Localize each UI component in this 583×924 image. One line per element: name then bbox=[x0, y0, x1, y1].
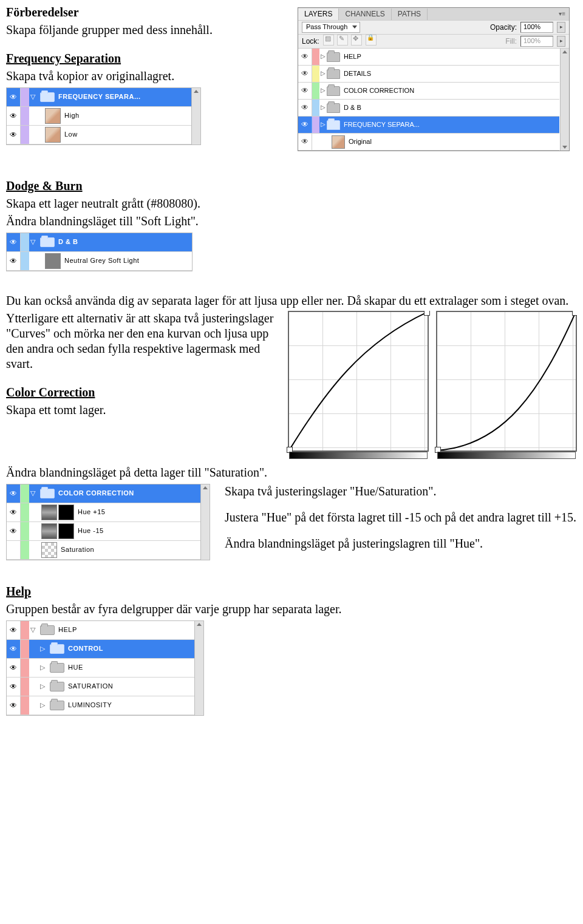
paragraph: Skapa två justeringslager "Hue/Saturatio… bbox=[225, 484, 577, 499]
opacity-input[interactable]: 100% bbox=[520, 22, 553, 33]
expand-icon[interactable]: ▽ bbox=[29, 93, 36, 101]
lock-transparency-icon[interactable] bbox=[323, 35, 334, 46]
color-stripe bbox=[21, 696, 29, 715]
tab-layers[interactable]: LAYERS bbox=[298, 8, 339, 20]
eye-icon[interactable]: 👁 bbox=[7, 252, 21, 270]
layer-row[interactable]: 👁▷FREQUENCY SEPARA... bbox=[298, 117, 559, 134]
expand-icon[interactable]: ▷ bbox=[39, 701, 46, 710]
expand-icon[interactable]: ▷ bbox=[319, 104, 327, 112]
folder-icon bbox=[50, 701, 64, 710]
layer-row[interactable]: 👁▷DETAILS bbox=[298, 66, 559, 83]
expand-icon[interactable]: ▽ bbox=[29, 238, 36, 246]
eye-icon[interactable] bbox=[7, 541, 21, 559]
layer-row[interactable]: 👁▷SATURATION bbox=[7, 678, 195, 696]
expand-icon[interactable]: ▽ bbox=[29, 626, 36, 634]
group-header[interactable]: 👁 ▽ COLOR CORRECTION bbox=[7, 484, 201, 503]
eye-icon[interactable]: 👁 bbox=[298, 66, 312, 82]
layer-label: Hue -15 bbox=[78, 527, 201, 535]
folder-icon bbox=[327, 120, 340, 130]
color-stripe bbox=[21, 484, 29, 503]
color-stripe bbox=[21, 126, 29, 144]
color-stripe bbox=[21, 640, 29, 658]
layer-label: DETAILS bbox=[344, 70, 559, 78]
panel-tabs: LAYERS CHANNELS PATHS ▾≡ bbox=[298, 8, 569, 20]
eye-icon[interactable]: 👁 bbox=[298, 49, 312, 65]
layer-row[interactable]: 👁▷HUE bbox=[7, 659, 195, 678]
layer-row[interactable]: 👁▷CONTROL bbox=[7, 640, 195, 659]
color-stripe bbox=[312, 83, 319, 99]
layer-row[interactable]: 👁 Hue +15 bbox=[7, 503, 201, 522]
eye-icon[interactable]: 👁 bbox=[7, 107, 21, 125]
eye-icon[interactable]: 👁 bbox=[298, 100, 312, 116]
eye-icon[interactable]: 👁 bbox=[7, 640, 21, 658]
eye-icon[interactable]: 👁 bbox=[298, 134, 312, 150]
eye-icon[interactable]: 👁 bbox=[298, 83, 312, 99]
layer-row[interactable]: 👁 Hue -15 bbox=[7, 522, 201, 541]
expand-icon[interactable]: ▷ bbox=[39, 645, 46, 653]
eye-icon[interactable]: 👁 bbox=[7, 503, 21, 521]
eye-icon[interactable]: 👁 bbox=[298, 117, 312, 133]
eye-icon[interactable]: 👁 bbox=[7, 659, 21, 677]
lock-pixels-icon[interactable] bbox=[337, 35, 348, 46]
eye-icon[interactable]: 👁 bbox=[7, 522, 21, 540]
color-stripe bbox=[21, 678, 29, 696]
curve-handle-icon[interactable] bbox=[424, 311, 430, 316]
expand-icon[interactable]: ▷ bbox=[319, 121, 327, 129]
layer-row[interactable]: 👁 Low bbox=[7, 126, 192, 144]
expand-icon[interactable]: ▷ bbox=[319, 53, 327, 61]
color-stripe bbox=[312, 117, 319, 133]
layer-row[interactable]: 👁▷D & B bbox=[298, 100, 559, 117]
scrollbar[interactable] bbox=[194, 621, 203, 715]
layer-row[interactable]: 👁▷COLOR CORRECTION bbox=[298, 83, 559, 100]
layer-row[interactable]: Saturation bbox=[7, 541, 201, 560]
expand-icon[interactable]: ▷ bbox=[39, 682, 46, 691]
lock-position-icon[interactable] bbox=[351, 35, 362, 46]
scrollbar[interactable] bbox=[200, 484, 210, 560]
layer-row[interactable]: 👁▷LUMINOSITY bbox=[7, 696, 195, 715]
expand-icon[interactable]: ▷ bbox=[39, 664, 46, 672]
fill-arrow-icon[interactable]: ▸ bbox=[557, 36, 565, 47]
eye-icon[interactable]: 👁 bbox=[7, 678, 21, 696]
eye-icon[interactable]: 👁 bbox=[7, 88, 21, 106]
eye-icon[interactable]: 👁 bbox=[7, 233, 21, 251]
paragraph: Ändra blandningsläget på justeringslagre… bbox=[225, 536, 577, 551]
group-header[interactable]: 👁 ▽ FREQUENCY SEPARA... bbox=[7, 88, 192, 107]
eye-icon[interactable]: 👁 bbox=[7, 484, 21, 503]
opacity-label: Opacity: bbox=[490, 23, 517, 32]
curves-figures bbox=[288, 311, 577, 461]
color-stripe bbox=[21, 503, 29, 521]
layer-label: D & B bbox=[344, 104, 559, 112]
expand-icon[interactable]: ▷ bbox=[319, 70, 327, 78]
paragraph: Ändra blandningsläget på detta lager til… bbox=[6, 465, 577, 480]
blend-mode-select[interactable]: Pass Through bbox=[302, 22, 360, 33]
expand-icon[interactable]: ▷ bbox=[319, 87, 327, 95]
eye-icon[interactable]: 👁 bbox=[7, 621, 21, 639]
eye-icon[interactable]: 👁 bbox=[7, 696, 21, 715]
panel-frequency-separation: 👁 ▽ FREQUENCY SEPARA... 👁 High 👁 Low bbox=[6, 87, 201, 145]
layers-panel: LAYERS CHANNELS PATHS ▾≡ Pass Through Op… bbox=[298, 7, 570, 151]
opacity-arrow-icon[interactable]: ▸ bbox=[557, 22, 565, 33]
group-header[interactable]: 👁 ▽ D & B bbox=[7, 233, 192, 252]
layer-label: Original bbox=[349, 138, 559, 146]
layer-row[interactable]: 👁Original bbox=[298, 134, 559, 151]
scrollbar[interactable] bbox=[191, 88, 200, 144]
lock-all-icon[interactable] bbox=[366, 35, 377, 46]
layer-row[interactable]: 👁 Neutral Grey Soft Light bbox=[7, 252, 192, 271]
curve-handle-icon[interactable] bbox=[572, 311, 577, 316]
expand-icon[interactable]: ▽ bbox=[29, 489, 36, 498]
tab-paths[interactable]: PATHS bbox=[392, 8, 428, 20]
eye-icon[interactable]: 👁 bbox=[7, 126, 21, 144]
gradient-strip bbox=[289, 452, 428, 459]
folder-icon bbox=[40, 92, 55, 102]
group-header[interactable]: 👁 ▽ HELP bbox=[7, 621, 195, 640]
group-label: HUE bbox=[68, 664, 195, 672]
tab-channels[interactable]: CHANNELS bbox=[339, 8, 391, 20]
layer-row[interactable]: 👁 High bbox=[7, 107, 192, 126]
color-stripe bbox=[21, 541, 29, 559]
scrollbar[interactable] bbox=[560, 49, 569, 151]
layer-thumbnail bbox=[45, 108, 61, 124]
gradient-strip bbox=[437, 452, 576, 459]
fill-input[interactable]: 100% bbox=[520, 36, 553, 47]
panel-menu-icon[interactable]: ▾≡ bbox=[555, 10, 569, 18]
layer-row[interactable]: 👁▷HELP bbox=[298, 49, 559, 66]
